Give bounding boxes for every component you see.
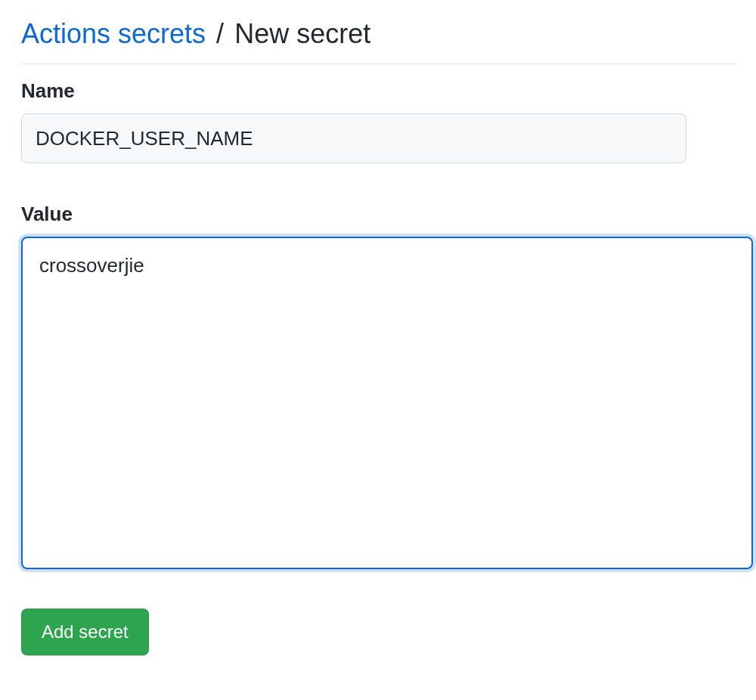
breadcrumb: Actions secrets / New secret — [21, 18, 735, 64]
name-input[interactable] — [21, 113, 686, 163]
form-group-name: Name — [21, 79, 735, 163]
name-label: Name — [21, 79, 735, 103]
value-textarea[interactable] — [21, 237, 753, 569]
add-secret-button[interactable]: Add secret — [21, 609, 149, 655]
breadcrumb-link-actions-secrets[interactable]: Actions secrets — [21, 18, 206, 49]
breadcrumb-separator: / — [216, 18, 224, 49]
breadcrumb-current: New secret — [234, 18, 370, 49]
form-group-value: Value — [21, 203, 735, 572]
value-label: Value — [21, 203, 735, 226]
